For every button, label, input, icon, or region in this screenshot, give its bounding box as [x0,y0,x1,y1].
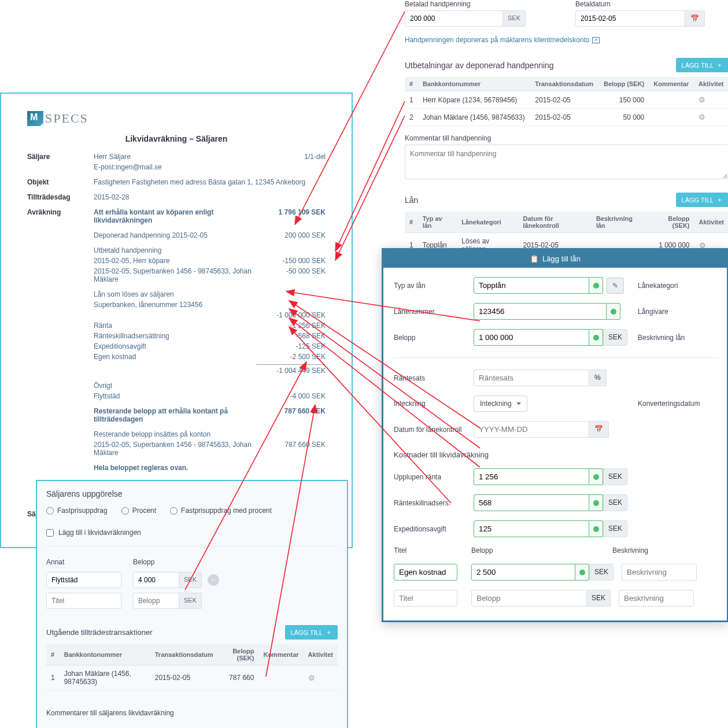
accrued-label: Upplupen ränta [394,473,463,481]
paiddate-input[interactable] [575,10,685,27]
paidout-row-1: 2015-02-05, Herr köpare [94,257,256,265]
seller-share: 1/1-del [256,153,326,161]
add-loan-button[interactable]: LÄGG TILL ＋ [676,193,728,207]
total-label: Att erhålla kontant av köparen enligt li… [94,208,256,224]
deposit-note-link[interactable]: Handpenningen deponeras på mäklarens kli… [405,36,600,44]
own-amt: -2 500 SEK [256,353,326,361]
paid-label: Betalad handpenning [405,0,558,8]
clean-label: Flyttstäd [94,392,256,400]
comment-textarea[interactable] [405,145,728,179]
expfee-input[interactable] [474,520,589,537]
payouts-table: #BankkontonummerTransaktionsdatum Belopp… [405,77,728,126]
deposit-amount: 200 000 SEK [256,231,326,239]
cost-desc-input-1[interactable] [622,564,697,581]
modal-header: 📋Lägg till lån [383,250,727,268]
seller-email: E-post:ingen@mail.se [94,163,326,171]
accrued-input[interactable] [474,468,589,485]
copy-icon: 📋 [530,254,539,263]
paid-input[interactable] [405,10,503,27]
loan-amt: -1 000 000 SEK [256,311,326,319]
object-label: Objekt [27,178,94,186]
table-row: 2Johan Mäklare (1456, 98745633)2015-02-0… [405,109,728,126]
cost-amount-input-1[interactable] [471,564,575,581]
loan-category-label: Lånekategori [638,282,719,290]
object-value: Fastigheten Fastigheten med adress Bästa… [94,178,326,186]
plus-icon: ＋ [716,61,723,69]
calendar-icon[interactable]: 📅 [589,421,609,438]
add-to-settlement-checkbox[interactable] [46,529,54,537]
remain-amt: 787 660 SEK [256,407,326,423]
payouts-title: Utbetalningar av deponerad handpenning [405,61,554,70]
ratediff-input[interactable] [474,494,589,511]
loan-amount-label: Belopp [394,334,463,342]
loans-title: Lån [405,195,418,205]
remove-row-button[interactable]: − [208,574,219,586]
radio-fixed[interactable]: Fastprisuppdrag [46,507,108,515]
loan-label: Lån som löses av säljaren [94,290,326,298]
other-title-input-2[interactable] [46,593,121,609]
loan-amount-input[interactable] [474,329,589,346]
interest-label: Ränta [94,321,256,330]
calc-label: Avräkning [27,208,94,224]
add-transaction-button[interactable]: LÄGG TILL ＋ [285,625,338,640]
clean-amt: -4 000 SEK [256,392,326,400]
mortgage-label: Inteckning [394,400,463,408]
remain2-row: 2015-02-05, Superbanken 1456 - 98745633,… [94,441,256,457]
radio-fixed-percent[interactable]: Fastprisuppdrag med procent [170,507,272,515]
other-title-input-1[interactable] [46,572,121,588]
gear-icon[interactable]: ⚙ [308,674,315,682]
control-date-input[interactable] [474,421,589,438]
cost-amount-input-2[interactable] [471,590,587,607]
loan-number-input[interactable] [474,303,607,320]
exp-amt: -125 SEK [256,342,326,350]
right-panel: Betalad handpenning SEK Betaldatum 📅 Han… [405,0,728,258]
closing-text: Hela beloppet regleras ovan. [94,464,326,472]
loan-number-label: Lånenummer [394,308,463,316]
cost-desc-col: Beskrivning [612,546,648,555]
table-row: 1Herr Köpare (1234, 56789456)2015-02-051… [405,91,728,109]
cost-title-input-2[interactable] [394,590,457,607]
subtotal-amt: -1 004 449 SEK [256,364,326,375]
outgoing-title: Utgående tillträdestransaktioner [46,628,153,637]
rate-label: Räntesats [394,374,463,382]
check-icon [575,564,589,581]
other-amount-input-2[interactable] [133,593,179,609]
date-label: Tillträdesdag [27,193,94,201]
check-icon [589,277,603,294]
add-payout-button[interactable]: LÄGG TILL ＋ [676,58,728,72]
exp-label: Expeditionsavgift [94,342,256,350]
loan-type-input[interactable] [474,277,589,294]
paidout-label: Utbetald handpenning [94,246,326,254]
other-amount-input-1[interactable] [133,572,179,588]
belopp-label: Belopp [133,558,219,566]
gear-icon[interactable]: ⚙ [699,95,705,104]
modal-section-title: Kostnader till likvidavräkning [394,450,719,459]
total-amount: 1 796 109 SEK [256,208,326,224]
gear-icon[interactable]: ⚙ [699,113,705,121]
cost-title-col: Titel [394,546,463,555]
paiddate-label: Betaldatum [575,0,728,8]
interest-amt: -1 256 SEK [256,321,326,330]
settlement-title: Säljarens uppgörelse [46,489,338,498]
edit-button[interactable]: ✎ [607,278,624,294]
expfee-label: Expeditionsavgift [394,525,463,533]
paidout-amt-2: -50 000 SEK [256,267,326,283]
radio-percent[interactable]: Procent [121,507,156,515]
cost-amount-col: Belopp [471,546,604,555]
calendar-icon[interactable]: 📅 [685,10,705,27]
diff-amt: -568 SEK [256,332,326,340]
outgoing-table: # Bankkontonummer Transaktionsdatum Belo… [46,644,338,690]
mortgage-dropdown[interactable]: Inteckning [474,396,527,412]
check-icon [589,494,603,511]
settlement-panel: Säljarens uppgörelse Fastprisuppdrag Pro… [36,480,348,728]
remain2-amt: 787 660 SEK [256,441,326,457]
cost-title-input-1[interactable] [394,564,457,581]
add-to-settlement-label: Lägg till i likvidavräkningen [58,529,141,537]
chevron-down-icon [516,402,521,407]
logo-text: SPECS [45,112,88,125]
rate-input[interactable] [474,369,589,386]
loan-desc-label: Beskrivning lån [638,334,719,342]
date-value: 2015-02-28 [94,193,326,201]
cost-desc-input-2[interactable] [619,590,694,607]
logo-mark-icon [27,111,43,126]
